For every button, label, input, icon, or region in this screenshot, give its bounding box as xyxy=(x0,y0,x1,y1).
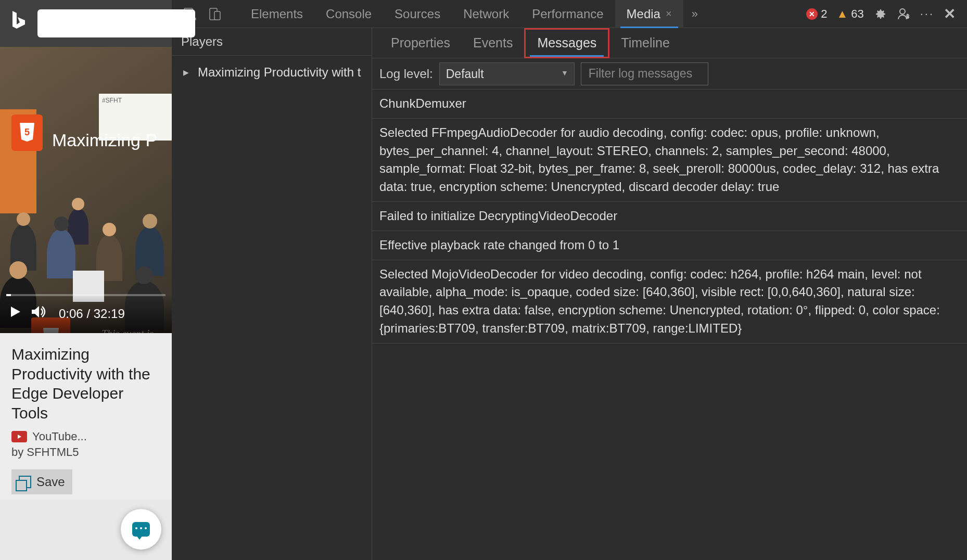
video-controls: 0:06 / 32:19 xyxy=(0,294,172,333)
subtab-messages[interactable]: Messages xyxy=(524,28,609,58)
message-row: Selected MojoVideoDecoder for video deco… xyxy=(372,260,967,343)
players-pane: Players Maximizing Productivity with t xyxy=(172,28,372,560)
warning-count[interactable]: ▲63 xyxy=(836,7,863,21)
close-devtools-icon[interactable]: ✕ xyxy=(944,5,956,22)
tab-close-icon[interactable]: × xyxy=(666,8,672,20)
chat-icon xyxy=(132,522,150,537)
player-item[interactable]: Maximizing Productivity with t xyxy=(172,60,372,85)
log-level-select[interactable]: Default xyxy=(439,62,575,85)
filter-row: Log level: Default xyxy=(372,58,967,90)
subtab-timeline[interactable]: Timeline xyxy=(609,28,681,58)
profile-icon[interactable] xyxy=(896,7,911,21)
video-info: Maximizing Productivity with the Edge De… xyxy=(0,333,172,500)
svg-rect-4 xyxy=(214,11,220,20)
devtools-tab-list: Elements Console Sources Network Perform… xyxy=(239,0,683,28)
svg-text:5: 5 xyxy=(24,127,30,137)
youtube-icon xyxy=(11,431,27,442)
tab-elements[interactable]: Elements xyxy=(239,0,314,28)
tab-sources[interactable]: Sources xyxy=(383,0,452,28)
media-subtabs: Properties Events Messages Timeline xyxy=(372,28,967,58)
messages-list: ChunkDemuxer Selected FFmpegAudioDecoder… xyxy=(372,90,967,560)
source-label: YouTube... xyxy=(32,430,87,443)
bing-header xyxy=(0,0,172,47)
save-button[interactable]: Save xyxy=(11,469,72,494)
play-button-icon[interactable] xyxy=(8,304,22,323)
video-source[interactable]: YouTube... xyxy=(11,430,160,443)
log-level-label: Log level: xyxy=(379,67,433,81)
video-player[interactable]: #SFHT 5 Maximizing P 5 This event is G xyxy=(0,47,172,333)
browser-left-pane: #SFHT 5 Maximizing P 5 This event is G xyxy=(0,0,172,560)
volume-icon[interactable] xyxy=(31,304,46,323)
subtab-events[interactable]: Events xyxy=(462,28,524,58)
subtab-properties[interactable]: Properties xyxy=(379,28,462,58)
video-title: Maximizing Productivity with the Edge De… xyxy=(11,345,160,423)
save-icon xyxy=(19,476,31,488)
video-overlay-title: Maximizing P xyxy=(52,130,172,150)
tab-console[interactable]: Console xyxy=(314,0,383,28)
filter-log-input[interactable] xyxy=(581,62,708,85)
tab-network[interactable]: Network xyxy=(452,0,520,28)
message-row: Selected FFmpegAudioDecoder for audio de… xyxy=(372,119,967,202)
save-label: Save xyxy=(36,475,65,489)
error-count[interactable]: ✕2 xyxy=(806,7,827,21)
screen-hashtag: #SFHT xyxy=(99,94,172,107)
video-time: 0:06 / 32:19 xyxy=(59,307,125,321)
tabs-overflow-icon[interactable]: » xyxy=(683,7,706,21)
svg-point-5 xyxy=(900,9,905,14)
video-progress-bar[interactable] xyxy=(6,294,166,296)
bing-search-input[interactable] xyxy=(37,9,195,37)
message-row: Failed to initialize DecryptingVideoDeco… xyxy=(372,202,967,231)
device-toggle-icon[interactable] xyxy=(208,7,222,21)
bing-logo-icon xyxy=(9,10,28,37)
devtools-panel: Elements Console Sources Network Perform… xyxy=(172,0,967,560)
more-menu-icon[interactable]: ··· xyxy=(920,7,934,21)
message-row: ChunkDemuxer xyxy=(372,90,967,119)
detail-pane: Properties Events Messages Timeline Log … xyxy=(372,28,967,560)
players-header: Players xyxy=(172,28,372,56)
tab-media[interactable]: Media× xyxy=(615,0,683,28)
tab-performance[interactable]: Performance xyxy=(520,0,615,28)
html5-badge-icon: 5 xyxy=(11,114,43,151)
player-list: Maximizing Productivity with t xyxy=(172,56,372,89)
svg-point-6 xyxy=(907,16,909,18)
settings-icon[interactable] xyxy=(873,7,887,21)
devtools-tabbar: Elements Console Sources Network Perform… xyxy=(172,0,967,28)
video-author: by SFHTML5 xyxy=(11,446,160,459)
message-row: Effective playback rate changed from 0 t… xyxy=(372,231,967,260)
chat-fab-button[interactable] xyxy=(121,509,161,550)
